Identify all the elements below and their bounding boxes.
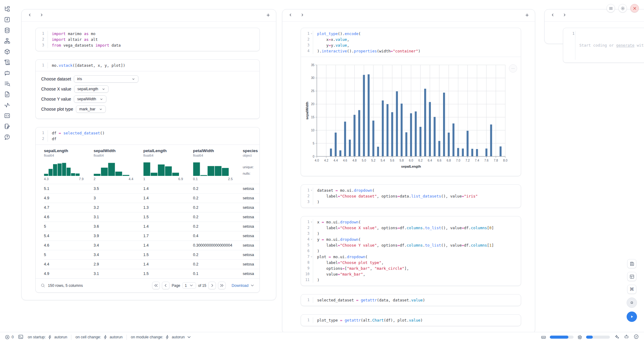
sidebar-database-button[interactable] [4,27,11,34]
left-panel-back-button[interactable] [27,13,33,18]
sidebar-file-tree-button[interactable] [4,6,11,12]
svg-text:0: 0 [313,155,314,158]
histogram-sepalLength[interactable] [44,160,94,176]
right-panel-back-button[interactable] [550,13,556,18]
notebook-cell-dataset-dropdown[interactable]: 1˅23dataset = mo.ui.dropdown( label="Cho… [301,184,521,208]
right-panel-forward-button[interactable] [562,13,567,18]
notebook-cell-plot-cell[interactable]: 1˅234plot_type().encode( x=x.value, y=y.… [301,28,521,176]
last-page-button[interactable] [218,282,226,289]
column-dtype: object [243,154,259,157]
column-header-species[interactable]: speciesobjectunique:nulls: [243,148,259,181]
first-page-button[interactable] [152,282,160,289]
prev-page-button[interactable] [162,282,170,289]
table-row[interactable]: 4.63.11.50.2setosa [44,212,259,222]
table-row[interactable]: 4.42.91.40.2setosa [44,259,259,269]
middle-add-cell-button[interactable] [524,12,530,19]
code-editor[interactable]: 1˅23dataset = mo.ui.dropdown( label="Cho… [301,185,521,208]
memory-icon [541,335,546,340]
menu-button[interactable] [606,4,615,12]
layout-button[interactable] [627,272,636,281]
table-row[interactable]: 4.93.11.50.1setosa [44,269,259,278]
choose-dataset-dropdown[interactable]: iris [74,75,138,83]
table-row[interactable]: 5.43.91.70.4setosa [44,231,259,240]
histogram-sepalWidth[interactable] [94,160,143,176]
sidebar-bot-chat-button[interactable] [4,70,11,77]
copilot-button[interactable] [623,334,629,340]
code-editor[interactable]: 1˅234˅567˅891011x = mo.ui.dropdown( labe… [301,216,521,286]
sidebar-file-text-button[interactable] [4,91,11,98]
sidebar-function-square-button[interactable] [4,16,11,23]
code-editor[interactable]: 1˅234plot_type().encode( x=x.value, y=y.… [301,28,521,57]
code-editor[interactable]: 1selected_dataset = getattr(data, datase… [301,294,521,306]
middle-panel-forward-button[interactable] [299,13,305,18]
code-editor[interactable]: 123import marimo as moimport altair as a… [36,28,259,51]
code-editor[interactable]: 12df = selected_dataset()df [36,127,259,144]
on-startup-setting[interactable]: on startup: autorun [28,335,67,340]
sidebar-code-block-button[interactable] [4,112,11,119]
svg-text:5.6: 5.6 [390,159,394,162]
keyboard-shortcuts-button[interactable]: ⌘ [627,285,636,294]
histogram-petalWidth[interactable] [193,160,243,176]
code-editor[interactable]: 1plot_type = getattr(alt.Chart(df), plot… [301,315,521,326]
chart-actions-button[interactable] [509,64,517,73]
interrupt-button[interactable] [627,297,637,308]
on-module-change-setting[interactable]: on module change: autorun [131,335,191,340]
histogram-petalLength[interactable] [143,160,193,176]
search-icon[interactable] [41,283,45,288]
dropdown-label: Choose Y value [41,97,71,102]
scratch-cell-editor[interactable]: 1 Start coding or generate with AI [563,28,644,63]
save-button[interactable] [627,259,636,268]
choose-plot-type-dropdown[interactable]: mark_bar [76,105,106,113]
histogram-range: 24.4 [94,177,133,181]
table-row[interactable]: 53.41.50.2setosa [44,250,259,259]
package-icon [4,48,10,55]
settings-button[interactable] [618,4,627,12]
column-header-sepalWidth[interactable]: sepalWidthfloat6424.4 [94,148,143,181]
notebook-cell-stack[interactable]: 1mo.vstack([dataset, x, y, plot])Choose … [35,59,260,119]
code-editor[interactable]: 1mo.vstack([dataset, x, y, plot]) [36,60,259,71]
line-number: 4 [301,48,313,54]
editor-placeholder[interactable]: Start coding or generate with AI [579,42,644,48]
middle-panel-back-button[interactable] [288,13,293,18]
choose-y-value-dropdown[interactable]: sepalWidth [74,95,106,103]
sidebar-package-button[interactable] [4,48,11,55]
column-header-petalLength[interactable]: petalLengthfloat6416.9 [143,148,193,181]
run-button[interactable] [627,312,637,322]
notebook-cell-dataframe[interactable]: 12df = selected_dataset()dfsepalLengthfl… [35,127,260,293]
table-row[interactable]: 4.931.40.2setosa [44,193,259,203]
sidebar-list-search-button[interactable] [4,80,11,87]
table-cell: 4.9 [44,194,94,203]
table-row[interactable]: 53.61.40.2setosa [44,222,259,231]
line-number: 10 [301,271,313,277]
choose-x-value-dropdown[interactable]: sepalLength [74,85,109,93]
table-row[interactable]: 4.63.41.40.30000000000000004setosa [44,240,259,250]
terminal-button[interactable] [18,334,24,340]
notebook-cell-plot-type[interactable]: 1plot_type = getattr(alt.Chart(df), plot… [301,314,521,326]
table-row[interactable]: 4.73.21.30.2setosa [44,203,259,212]
sidebar-activity-button[interactable] [4,102,11,109]
sidebar-scroll-text-button[interactable] [4,59,11,66]
download-button[interactable]: Download [231,283,255,288]
column-header-petalWidth[interactable]: petalWidthfloat640.12.5 [193,148,243,181]
ai-assistant-button[interactable] [614,334,620,340]
left-add-cell-button[interactable] [265,12,271,19]
left-panel-forward-button[interactable] [39,13,44,18]
on-cell-change-setting[interactable]: on cell change: autorun [75,335,123,340]
bar-chart[interactable]: 4.04.24.44.64.85.05.25.45.65.86.06.26.46… [305,62,510,169]
svg-text:6.2: 6.2 [418,159,423,162]
notebook-cell-xy-plot-dropdowns[interactable]: 1˅234˅567˅891011x = mo.ui.dropdown( labe… [301,216,521,286]
error-indicator[interactable]: 0 [5,335,14,340]
notebook-cell-imports[interactable]: 123import marimo as moimport altair as a… [35,28,260,51]
page-number-select[interactable]: 1 [182,282,196,289]
terminal-icon [18,334,23,340]
column-header-sepalLength[interactable]: sepalLengthfloat644.37.9 [44,148,94,181]
connection-status-button[interactable] [633,334,639,340]
sidebar-network-button[interactable] [4,38,11,45]
next-page-button[interactable] [208,282,216,289]
sidebar-help-chat-button[interactable] [4,134,11,141]
generate-link[interactable]: generate [616,43,634,48]
notebook-cell-selected-dataset[interactable]: 1selected_dataset = getattr(data, datase… [301,294,521,306]
sidebar-notebook-edit-button[interactable] [4,123,11,130]
table-row[interactable]: 5.13.51.40.2setosa [44,184,259,193]
close-button[interactable] [630,4,639,12]
